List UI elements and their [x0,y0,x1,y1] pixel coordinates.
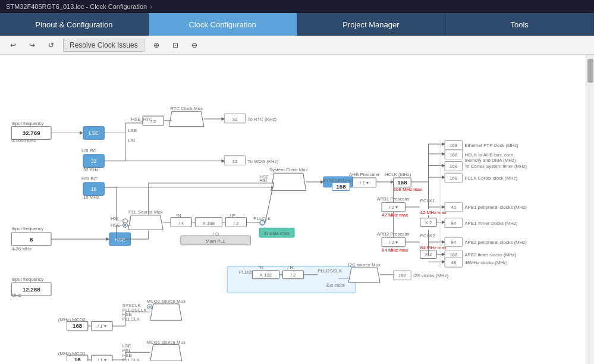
svg-text:32: 32 [232,159,238,164]
svg-text:memory and DMA (MHz): memory and DMA (MHz) [464,158,516,163]
svg-marker-174 [348,268,380,283]
svg-text:/ 2 ▾: / 2 ▾ [389,205,398,210]
svg-text:FCLK Cortex clock (MHz): FCLK Cortex clock (MHz) [464,175,517,181]
svg-marker-27 [169,111,204,127]
svg-text:Enable CSS: Enable CSS [264,231,290,236]
svg-text:Input frequency: Input frequency [11,121,43,126]
svg-text:HSI RC: HSI RC [81,176,98,181]
svg-text:LSE: LSE [89,130,99,136]
svg-text:APB2 timer clocks (MHz): APB2 timer clocks (MHz) [464,252,516,258]
svg-text:To WDG (KHz): To WDG (KHz) [248,159,279,164]
svg-text:(MHz) MCO2: (MHz) MCO2 [58,317,86,322]
svg-text:RTC Clock Mux: RTC Clock Mux [170,106,203,111]
undo-button[interactable]: ↩ [6,39,20,51]
svg-text:32: 32 [91,158,97,164]
svg-point-188 [149,306,151,308]
svg-text:Ethernet PTP clock (MHz): Ethernet PTP clock (MHz) [464,143,518,148]
svg-text:HSE_RTC: HSE_RTC [131,117,153,122]
tab-pinout[interactable]: Pinout & Configuration [0,13,149,36]
svg-text:32: 32 [232,117,238,122]
svg-text:I2S source Mux: I2S source Mux [348,262,380,268]
svg-text:42 MHz max: 42 MHz max [420,210,447,215]
svg-text:192: 192 [398,273,406,278]
svg-text:Ext clock: Ext clock [326,283,345,288]
svg-text:PCLK1: PCLK1 [420,198,435,203]
svg-text:AHB Prescaler: AHB Prescaler [349,172,380,177]
refresh-button[interactable]: ↺ [44,39,58,51]
svg-text:/ 1 ▾: / 1 ▾ [98,324,106,329]
svg-text:Main PLL: Main PLL [206,239,226,244]
svg-text:48MHz clocks (MHz): 48MHz clocks (MHz) [464,260,508,265]
svg-text:84: 84 [451,240,456,245]
scrollbar-thumb[interactable] [587,59,593,83]
svg-text:LSI: LSI [128,138,135,143]
zoom-in-button[interactable]: ⊕ [149,39,164,51]
svg-text:HCLK (MHz): HCLK (MHz) [385,172,411,177]
svg-text:X 2: X 2 [425,220,432,225]
zoom-fit-button[interactable]: ⊡ [168,39,183,51]
svg-marker-49 [271,173,306,190]
svg-text:Input frequency: Input frequency [11,277,43,282]
svg-text:168: 168 [336,183,346,190]
svg-text:/ 1 ▾: / 1 ▾ [360,180,369,186]
svg-text:168: 168 [450,175,458,181]
svg-point-86 [260,221,265,225]
svg-text:MHz: MHz [11,293,21,298]
window-title: STM32F405RGT6_013.loc - Clock Configurat… [6,3,147,10]
svg-text:(MHz) MCO1: (MHz) MCO1 [58,351,86,356]
svg-text:12.288: 12.288 [23,286,41,293]
svg-text:Input frequency: Input frequency [11,226,43,231]
svg-text:X 192: X 192 [260,272,272,278]
svg-text:APB1 peripheral clocks (MHz): APB1 peripheral clocks (MHz) [464,205,527,210]
svg-text:168: 168 [397,179,407,186]
svg-text:To Cortex System timer (MHz): To Cortex System timer (MHz) [464,164,527,169]
svg-text:16 MHz: 16 MHz [83,194,99,200]
svg-text:168: 168 [450,152,458,158]
tab-tools[interactable]: Tools [445,13,594,36]
svg-text:HSE: HSE [259,174,269,180]
svg-text:84 MHz max: 84 MHz max [382,247,408,253]
svg-text:84 MHz max: 84 MHz max [420,245,447,250]
title-chevron: › [150,3,152,10]
tab-clock[interactable]: Clock Configuration [149,13,297,36]
svg-text:4-26 MHz: 4-26 MHz [11,246,32,252]
svg-text:42 MHz max: 42 MHz max [382,212,408,218]
svg-text:*N: *N [176,213,181,218]
title-bar: STM32F405RGT6_013.loc - Clock Configurat… [0,0,594,13]
resolve-clock-button[interactable]: Resolve Clock Issues [63,39,144,52]
svg-text:APB2 peripheral clocks (MHz): APB2 peripheral clocks (MHz) [464,240,527,245]
tab-project[interactable]: Project Manager [297,13,446,36]
main-content: 32.769 Input frequency 0-1000 KHz LSE LS… [0,55,594,364]
svg-text:MCO2 source Mux: MCO2 source Mux [147,299,186,304]
svg-text:PLL Source Mux: PLL Source Mux [128,209,163,215]
svg-text:16: 16 [91,186,97,192]
svg-text:/ 1 ▾: / 1 ▾ [98,357,106,361]
svg-text:System Clock Mux: System Clock Mux [269,167,308,172]
svg-text:To RTC (KHz): To RTC (KHz) [248,117,277,122]
svg-text:84: 84 [451,221,456,226]
clock-diagram[interactable]: 32.769 Input frequency 0-1000 KHz LSE LS… [0,55,594,364]
svg-text:42: 42 [451,205,456,210]
svg-text:32.769: 32.769 [23,130,41,136]
svg-text:168: 168 [450,143,458,148]
svg-text:0-1000 KHz: 0-1000 KHz [11,138,36,143]
svg-text:168: 168 [450,252,458,258]
svg-text:168 MHz max: 168 MHz max [394,187,422,192]
svg-text:HSI: HSI [111,216,118,221]
tab-bar: Pinout & Configuration Clock Configurati… [0,13,594,36]
svg-marker-182 [150,304,182,320]
svg-text:168: 168 [450,164,458,169]
svg-text:PLLI2SCLK: PLLI2SCLK [318,268,342,274]
zoom-out-button[interactable]: ⊖ [187,39,202,51]
vertical-scrollbar[interactable] [586,55,594,364]
svg-text:LSE: LSE [128,128,137,133]
svg-text:16: 16 [74,356,81,361]
svg-text:X 168: X 168 [203,221,215,226]
svg-text:LSI RC: LSI RC [81,148,97,153]
svg-marker-199 [150,345,182,361]
svg-text:MCO1 source Mux: MCO1 source Mux [147,340,186,345]
redo-button[interactable]: ↪ [25,39,39,51]
svg-text:/ 2 ▾: / 2 ▾ [389,240,398,245]
svg-text:32 KHz: 32 KHz [83,167,99,172]
svg-point-68 [124,224,127,227]
